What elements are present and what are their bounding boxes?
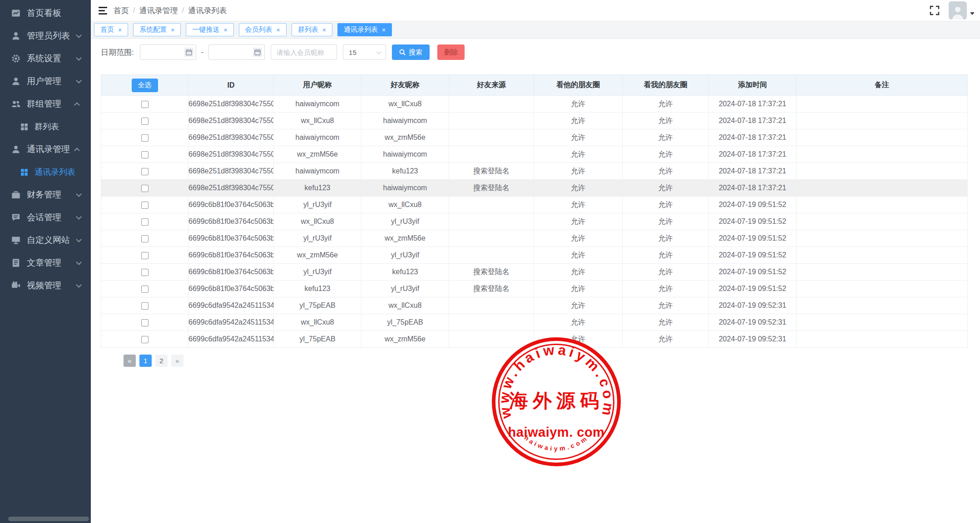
cell-see_his: 允许 — [534, 314, 623, 331]
cell-added_time: 2024-07-19 09:51:52 — [709, 197, 797, 213]
tab-close-icon[interactable]: × — [382, 27, 386, 33]
tab-0[interactable]: 首页× — [94, 23, 128, 36]
tab-close-icon[interactable]: × — [223, 27, 227, 33]
tab-4[interactable]: 群列表× — [292, 23, 332, 36]
tab-2[interactable]: 一键推送× — [186, 23, 233, 36]
table-row-6: 6699c6b81f0e3764c5063b27yl_rU3yifwx_llCx… — [101, 197, 968, 213]
pagination-next-button[interactable]: » — [171, 355, 183, 367]
row-checkbox[interactable] — [141, 134, 148, 142]
cell-id: 6698e251d8f398304c7550a8 — [188, 113, 274, 129]
calendar-icon[interactable] — [184, 48, 193, 57]
pagination-page-1[interactable]: 1 — [139, 355, 152, 367]
row-checkbox[interactable] — [141, 286, 148, 293]
breadcrumb-item-0[interactable]: 首页 — [114, 5, 129, 16]
sidebar-item-8[interactable]: 财务管理 — [0, 183, 91, 206]
sidebar: 首页看板管理员列表系统设置用户管理群组管理群列表通讯录管理通讯录列表财务管理会话… — [0, 0, 91, 523]
search-button[interactable]: 搜索 — [392, 44, 430, 60]
sidebar-item-9[interactable]: 会话管理 — [0, 206, 91, 229]
date-from-input[interactable] — [140, 44, 196, 60]
sidebar-item-3[interactable]: 用户管理 — [0, 70, 91, 93]
horizontal-scrollbar-thumb[interactable] — [8, 517, 89, 521]
breadcrumb-item-1[interactable]: 通讯录管理 — [139, 5, 178, 16]
cell-note — [797, 197, 968, 213]
sidebar-item-1[interactable]: 管理员列表 — [0, 25, 91, 47]
tab-5[interactable]: 通讯录列表× — [337, 23, 392, 36]
sidebar-item-0[interactable]: 首页看板 — [0, 2, 91, 25]
tab-close-icon[interactable]: × — [171, 27, 174, 33]
row-checkbox[interactable] — [141, 168, 148, 175]
cell-id: 6698e251d8f398304c7550a7 — [188, 96, 274, 113]
user-menu-chevron-down-icon[interactable] — [970, 12, 975, 15]
pagination-prev-button[interactable]: « — [124, 355, 136, 367]
tab-close-icon[interactable]: × — [277, 27, 280, 33]
table-row-8: 6699c6b81f0e3764c5063b2eyl_rU3yifwx_zmM5… — [101, 230, 968, 247]
cell-see_my: 允许 — [623, 281, 709, 297]
cell-added_time: 2024-07-19 09:52:31 — [709, 314, 797, 331]
row-checkbox[interactable] — [141, 252, 148, 259]
row-checkbox[interactable] — [141, 269, 148, 276]
search-icon — [399, 49, 406, 55]
cell-see_my: 允许 — [623, 314, 709, 331]
fullscreen-icon[interactable] — [929, 5, 940, 16]
sidebar-item-label: 通讯录列表 — [35, 167, 75, 178]
row-checkbox[interactable] — [141, 151, 148, 158]
page-size-select[interactable]: 15 — [343, 44, 386, 60]
sidebar-item-7[interactable]: 通讯录列表 — [0, 161, 91, 183]
row-checkbox[interactable] — [141, 319, 148, 326]
sidebar-item-label: 财务管理 — [27, 189, 61, 201]
member-nickname-input[interactable] — [271, 44, 337, 60]
cell-friend_nickname: wx_llCxu8 — [361, 197, 449, 213]
sidebar-item-label: 群组管理 — [27, 98, 61, 110]
cell-friend_source: 搜索登陆名 — [449, 163, 534, 180]
row-checkbox[interactable] — [141, 118, 148, 125]
row-checkbox[interactable] — [141, 302, 148, 310]
row-checkbox[interactable] — [141, 202, 148, 209]
cell-friend_nickname: haiwaiymcom — [361, 113, 449, 129]
sidebar-item-6[interactable]: 通讯录管理 — [0, 138, 91, 161]
cell-id: 6699c6b81f0e3764c5063b35 — [188, 264, 274, 281]
tab-label: 首页 — [100, 25, 114, 34]
cell-see_his: 允许 — [534, 230, 623, 247]
sidebar-collapse-icon[interactable] — [99, 7, 107, 15]
row-checkbox[interactable] — [141, 336, 148, 343]
sidebar-item-2[interactable]: 系统设置 — [0, 47, 91, 70]
sidebar-item-11[interactable]: 文章管理 — [0, 252, 91, 274]
cell-note — [797, 146, 968, 163]
sidebar-item-5[interactable]: 群列表 — [0, 115, 91, 138]
delete-button[interactable]: 删除 — [437, 44, 465, 60]
row-checkbox[interactable] — [141, 185, 148, 192]
grid-icon — [20, 123, 28, 131]
row-checkbox[interactable] — [141, 218, 148, 226]
cell-user_nickname: wx_llCxu8 — [274, 213, 361, 230]
select-all-header: 全选 — [101, 75, 188, 96]
pagination-page-2[interactable]: 2 — [155, 355, 168, 367]
date-to-input[interactable] — [208, 44, 265, 60]
cell-see_my: 允许 — [623, 230, 709, 247]
cell-friend_nickname: haiwaiymcom — [361, 146, 449, 163]
sidebar-item-10[interactable]: 自定义网站 — [0, 229, 91, 252]
cell-see_his: 允许 — [534, 180, 623, 197]
select-all-button[interactable]: 全选 — [132, 79, 158, 92]
row-checkbox[interactable] — [141, 101, 148, 108]
cell-see_my: 允许 — [623, 297, 709, 314]
sidebar-item-4[interactable]: 群组管理 — [0, 93, 91, 115]
breadcrumb-item-2[interactable]: 通讯录列表 — [188, 5, 227, 16]
tab-bar: 首页×系统配置×一键推送×会员列表×群列表×通讯录列表× — [91, 21, 980, 39]
cell-user_nickname: kefu123 — [274, 281, 361, 297]
row-checkbox[interactable] — [141, 235, 148, 242]
sidebar-item-12[interactable]: 视频管理 — [0, 274, 91, 297]
tab-3[interactable]: 会员列表× — [239, 23, 287, 36]
app-root: 首页看板管理员列表系统设置用户管理群组管理群列表通讯录管理通讯录列表财务管理会话… — [0, 0, 980, 523]
cell-id: 6699c6dfa9542a24511534de — [188, 331, 274, 348]
avatar[interactable] — [949, 1, 967, 20]
cell-user_nickname: yl_rU3yif — [274, 264, 361, 281]
tab-close-icon[interactable]: × — [322, 27, 326, 33]
cell-added_time: 2024-07-19 09:51:52 — [709, 264, 797, 281]
tab-label: 一键推送 — [192, 25, 219, 34]
tab-close-icon[interactable]: × — [118, 27, 122, 33]
stamp-main-text: haiwaiym. com — [508, 425, 605, 439]
cell-note — [797, 113, 968, 129]
table-row-12: 6699c6dfa9542a24511534d7yl_75pEABwx_llCx… — [101, 297, 968, 314]
calendar-icon[interactable] — [253, 48, 262, 57]
tab-1[interactable]: 系统配置× — [133, 23, 181, 36]
